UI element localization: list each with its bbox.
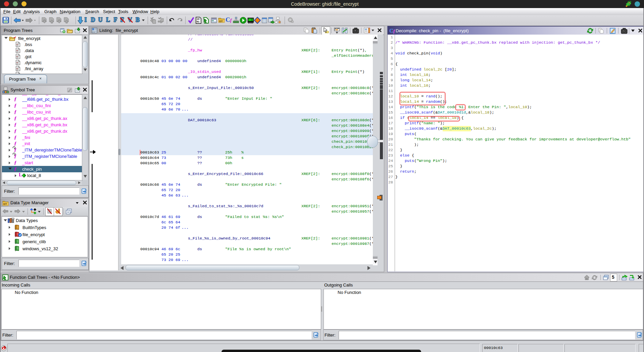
svg-text:01: 01 bbox=[197, 20, 199, 23]
svg-text:10: 10 bbox=[197, 18, 199, 20]
svg-text:DT: DT bbox=[3, 203, 7, 206]
svg-text:DT: DT bbox=[219, 20, 223, 23]
